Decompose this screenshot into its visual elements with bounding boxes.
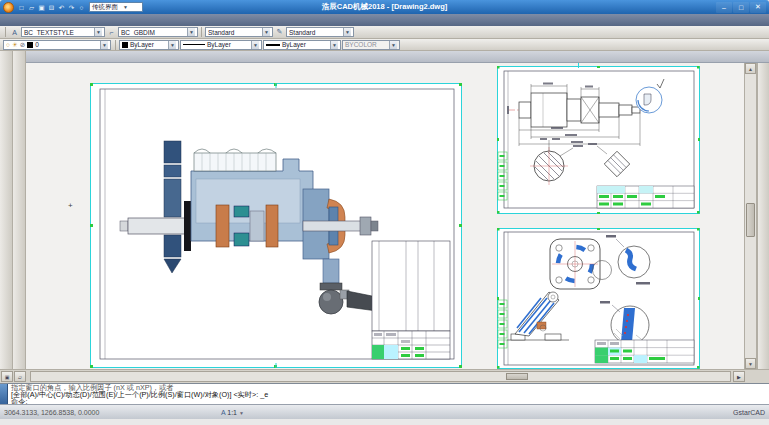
chevron-down-icon: ▼ [123, 4, 128, 10]
command-line-window[interactable]: 指定窗口的角点，输入比例因子 (nX 或 nXP)，或者 [全部(A)/中心(C… [0, 383, 769, 404]
close-button[interactable]: ✕ [750, 2, 766, 13]
title-block [595, 340, 694, 363]
ucs-icon: + [68, 201, 73, 210]
undo-icon[interactable]: ↶ [57, 3, 66, 12]
sun-icon: ☀ [12, 41, 18, 49]
command-history-line: [全部(A)/中心(C)/动态(D)/范围(E)/上一个(P)/比例(S)/窗口… [11, 391, 766, 398]
chevron-down-icon: ▼ [239, 410, 244, 416]
dim-style-combo[interactable]: BC_GBDIM ▼ [118, 27, 198, 37]
lineweight-combo[interactable]: ByLayer ▼ [263, 40, 341, 50]
window-bottom-edge [0, 419, 769, 425]
linetype-sample [183, 44, 205, 45]
color-value: ByLayer [130, 41, 154, 48]
annotation-scale-value: 1:1 [227, 409, 237, 416]
layout-bar: ▣ ▱ ▶ [0, 369, 769, 383]
chevron-down-icon: ▼ [262, 28, 270, 36]
minimize-button[interactable]: – [716, 2, 732, 13]
vertical-scrollbar[interactable]: ▲ ▼ [744, 63, 757, 369]
statusbar-corner [746, 371, 768, 382]
draw-toolbar [0, 51, 13, 369]
left-toolbars [0, 51, 26, 369]
chevron-down-icon: ▼ [94, 28, 102, 36]
redo-icon[interactable]: ↷ [67, 3, 76, 12]
drawing-canvas[interactable]: + [26, 63, 744, 369]
color-swatch [122, 42, 128, 48]
bom-table [372, 241, 450, 331]
scroll-down-arrow[interactable]: ▼ [745, 358, 756, 369]
command-window-grip[interactable] [0, 384, 8, 404]
title-block [597, 186, 694, 208]
window-controls: –□✕ [716, 2, 766, 13]
text-style-combo[interactable]: BC_TEXTSTYLE ▼ [21, 27, 105, 37]
separator [5, 27, 6, 37]
separator [201, 27, 202, 37]
titlebar: □▱▣⊟↶↷○ 传统界面 ▼ 浩辰CAD机械2018 - [Drawing2.d… [0, 0, 769, 14]
detail-view-hook [636, 87, 662, 113]
separator [115, 40, 116, 50]
status-bar: 3064.3133, 1266.8538, 0.0000 A 1:1 ▼ Gst… [0, 404, 769, 419]
save-icon[interactable]: ▣ [37, 3, 46, 12]
layers-properties-toolbar: ○ ☀ ⊘ 0 ▼ ByLayer ▼ ByLayer ▼ ByLayer ▼ … [0, 39, 769, 51]
color-combo[interactable]: ByLayer ▼ [119, 40, 179, 50]
standard-toolbar: A BC_TEXTSTYLE ▼ ⌐ BC_GBDIM ▼ Standard ▼… [0, 26, 769, 39]
chevron-down-icon: ▼ [330, 41, 338, 49]
plot-style-value: BYCOLOR [345, 41, 377, 48]
chevron-down-icon: ▼ [343, 28, 351, 36]
lock-icon: ⊘ [20, 41, 25, 49]
lineweight-value: ByLayer [282, 41, 306, 48]
vertical-scroll-thumb[interactable] [746, 203, 755, 237]
modify-toolbar [757, 63, 769, 369]
lineweight-sample [266, 44, 280, 46]
coordinates-readout: 3064.3133, 1266.8538, 0.0000 [4, 409, 152, 416]
annotation-scale-icon: A [221, 409, 225, 416]
mleader-style-combo[interactable]: Standard ▼ [286, 27, 354, 37]
application-window: □▱▣⊟↶↷○ 传统界面 ▼ 浩辰CAD机械2018 - [Drawing2.d… [0, 0, 769, 425]
linetype-value: ByLayer [207, 41, 231, 48]
sheet-shaft-drawing [497, 66, 700, 214]
chevron-down-icon: ▼ [168, 41, 176, 49]
layer-value: 0 [35, 41, 39, 48]
quick-access-toolbar: □▱▣⊟↶↷○ [17, 3, 86, 12]
plot-style-combo[interactable]: BYCOLOR ▼ [342, 40, 400, 50]
window-title: 浩辰CAD机械2018 - [Drawing2.dwg] [150, 2, 619, 12]
workspace-value: 传统界面 [92, 3, 118, 12]
app-logo-icon[interactable] [3, 2, 14, 13]
sheet-assembly-drawing [90, 83, 462, 368]
dim-style-value: BC_GBDIM [121, 29, 155, 36]
workspace-combo[interactable]: 传统界面 ▼ [89, 2, 143, 12]
table-style-value: Standard [208, 29, 234, 36]
sheet-detail-drawing [497, 228, 700, 369]
horizontal-scroll-thumb[interactable] [506, 373, 528, 380]
model-space-icon[interactable]: ▱ [14, 371, 26, 382]
maximize-button[interactable]: □ [733, 2, 749, 13]
mleader-style-value: Standard [289, 29, 315, 36]
mechanical-toolbar [13, 51, 26, 369]
new-icon[interactable]: □ [17, 3, 26, 12]
layer-color-swatch [27, 42, 33, 48]
layer-combo[interactable]: ○ ☀ ⊘ 0 ▼ [3, 40, 111, 50]
linetype-combo[interactable]: ByLayer ▼ [180, 40, 262, 50]
text-style-icon[interactable]: A [9, 27, 20, 38]
menubar [0, 14, 769, 26]
mleader-style-icon[interactable]: ✎ [274, 27, 285, 38]
plot-icon[interactable]: ⊟ [47, 3, 56, 12]
brand-label: GstarCAD [733, 409, 765, 416]
scroll-up-arrow[interactable]: ▲ [745, 63, 756, 74]
bulb-icon: ○ [6, 41, 10, 48]
file-tabs-bar [26, 51, 769, 63]
chevron-down-icon: ▼ [389, 41, 397, 49]
chevron-down-icon: ▼ [251, 41, 259, 49]
help-icon[interactable]: ○ [77, 3, 86, 12]
open-icon[interactable]: ▱ [27, 3, 36, 12]
chevron-down-icon: ▼ [187, 28, 195, 36]
table-style-combo[interactable]: Standard ▼ [205, 27, 273, 37]
chevron-down-icon: ▼ [100, 41, 108, 49]
horizontal-scrollbar[interactable] [30, 371, 731, 382]
title-block [372, 331, 450, 359]
paper-space-icon[interactable]: ▣ [1, 371, 13, 382]
hscroll-right-arrow[interactable]: ▶ [733, 371, 745, 382]
text-style-value: BC_TEXTSTYLE [24, 29, 74, 36]
paper-tick-mark [578, 63, 579, 68]
annotation-scale[interactable]: A 1:1 ▼ [221, 409, 244, 416]
dim-style-icon[interactable]: ⌐ [106, 27, 117, 38]
